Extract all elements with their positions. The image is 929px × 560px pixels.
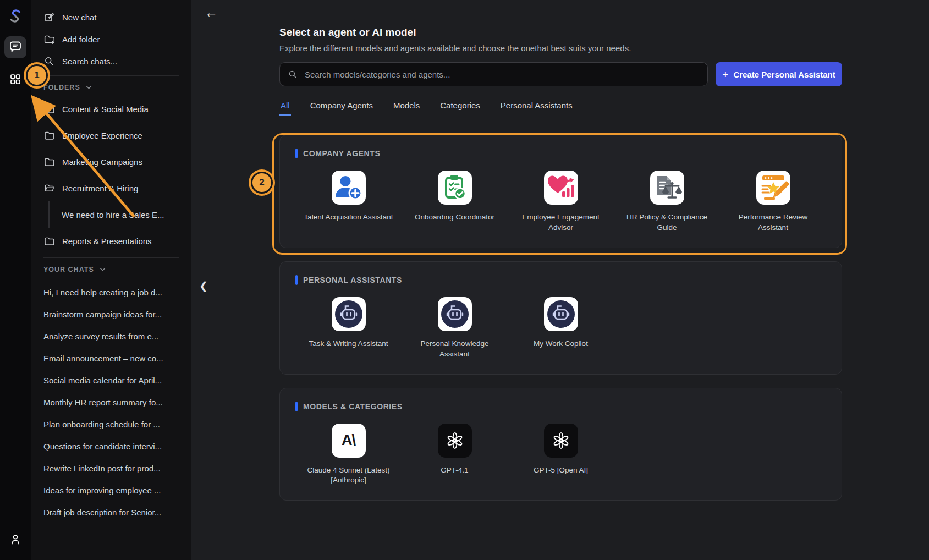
tab-all[interactable]: All: [279, 101, 291, 116]
section-title: PERSONAL ASSISTANTS: [303, 276, 402, 284]
agent-talent-acquisition[interactable]: Talent Acquisition Assistant: [295, 171, 402, 233]
model-label: Claude 4 Sonnet (Latest) [Anthropic]: [301, 465, 396, 486]
card-header: MODELS & CATEGORIES: [295, 402, 826, 411]
category-tabs: All Company Agents Models Categories Per…: [279, 101, 842, 116]
search-row: + Create Personal Assistant: [279, 62, 842, 86]
your-chats-header-label: YOUR CHATS: [43, 266, 94, 273]
model-search-box[interactable]: [279, 62, 708, 86]
card-header: COMPANY AGENTS: [295, 149, 826, 158]
new-chat-button[interactable]: New chat: [31, 6, 191, 28]
assistant-task-writing[interactable]: Task & Writing Assistant: [295, 297, 402, 360]
agent-label: HR Policy & Compliance Guide: [620, 212, 714, 233]
chat-history-item[interactable]: Questions for candidate intervi...: [31, 435, 191, 457]
sidebar-collapse-button[interactable]: ❮: [199, 281, 208, 291]
chat-history-item[interactable]: Monthly HR report summary fo...: [31, 391, 191, 413]
sidebar-divider: [43, 257, 179, 258]
empty-grid-cell: [720, 424, 826, 486]
tab-models[interactable]: Models: [392, 101, 421, 116]
tab-personal-assistants[interactable]: Personal Assistants: [499, 101, 574, 116]
add-folder-icon: [43, 34, 55, 45]
add-folder-label: Add folder: [62, 35, 100, 44]
chat-history-item[interactable]: Rewrite LinkedIn post for prod...: [31, 457, 191, 479]
sidebar-folder-recruitment-hiring[interactable]: Recruitment & Hiring: [31, 175, 191, 201]
model-claude-4-sonnet[interactable]: A\ Claude 4 Sonnet (Latest) [Anthropic]: [295, 424, 402, 486]
sidebar-folder-reports-presentations[interactable]: Reports & Presentations: [31, 228, 191, 254]
folder-label: Reports & Presentations: [62, 237, 152, 246]
main-panel: ← ❮ Select an agent or AI model Explore …: [191, 0, 929, 560]
search-icon: [43, 56, 55, 67]
chat-history-item[interactable]: Social media calendar for April...: [31, 369, 191, 391]
tab-company-agents[interactable]: Company Agents: [309, 101, 374, 116]
folder-icon: [43, 156, 55, 168]
chat-history-item[interactable]: Draft job description for Senior...: [31, 501, 191, 523]
agent-label: Performance Review Assistant: [726, 212, 821, 233]
sidebar-divider: [43, 75, 179, 76]
chevron-down-icon: [86, 85, 92, 90]
tab-categories[interactable]: Categories: [439, 101, 481, 116]
empty-grid-cell: [720, 297, 826, 360]
agent-employee-engagement[interactable]: Employee Engagement Advisor: [508, 171, 614, 233]
apps-grid-icon: [9, 73, 22, 88]
new-chat-icon: [43, 12, 55, 23]
folder-label: Marketing Campaigns: [62, 157, 142, 167]
create-personal-assistant-label: Create Personal Assistant: [733, 70, 835, 79]
models-categories-card: MODELS & CATEGORIES A\ Claude 4 Sonnet (…: [279, 388, 842, 501]
folder-chat-label: We need to hire a Sales E...: [62, 210, 164, 219]
section-accent-bar: [295, 402, 298, 411]
search-chats-button[interactable]: Search chats...: [31, 50, 191, 72]
page-subtitle: Explore the different models and agents …: [279, 43, 842, 53]
folder-label: Recruitment & Hiring: [62, 184, 138, 193]
company-agents-card: COMPANY AGENTS Talent Acquisition Assist…: [279, 135, 842, 248]
chat-history-item[interactable]: Ideas for improving employee ...: [31, 479, 191, 501]
agent-tile-grid: Task & Writing Assistant Personal Knowle…: [295, 297, 826, 360]
robot-icon: [544, 297, 578, 331]
folders-header-label: FOLDERS: [43, 84, 80, 91]
folder-label: Content & Social Media: [62, 105, 149, 114]
assistant-personal-knowledge[interactable]: Personal Knowledge Assistant: [402, 297, 508, 360]
rail-profile-button[interactable]: [4, 529, 26, 551]
agent-picker-content: Select an agent or AI model Explore the …: [279, 26, 842, 501]
openai-logo-icon: [438, 424, 472, 458]
agent-label: Talent Acquisition Assistant: [304, 212, 393, 223]
chat-history-item[interactable]: Hi, I need help creating a job d...: [31, 281, 191, 303]
your-chats-section-header[interactable]: YOUR CHATS: [31, 261, 191, 278]
robot-icon: [332, 297, 366, 331]
chat-history-item[interactable]: Email announcement – new co...: [31, 347, 191, 369]
create-personal-assistant-button[interactable]: + Create Personal Assistant: [716, 62, 842, 86]
chevron-down-icon: [100, 267, 106, 272]
model-gpt-5[interactable]: GPT-5 [Open AI]: [508, 424, 614, 486]
model-gpt-4-1[interactable]: GPT-4.1: [402, 424, 508, 486]
model-search-input[interactable]: [304, 69, 700, 80]
assistant-label: My Work Copilot: [534, 339, 588, 349]
rail-chats-button[interactable]: [4, 36, 26, 58]
personal-assistants-card: PERSONAL ASSISTANTS Task & Writing Assis…: [279, 261, 842, 375]
sidebar-folder-content-social[interactable]: Content & Social Media: [31, 96, 191, 122]
rail-apps-button[interactable]: [4, 69, 26, 91]
section-accent-bar: [295, 275, 298, 285]
add-folder-button[interactable]: Add folder: [31, 28, 191, 50]
openai-logo-icon: [544, 424, 578, 458]
assistant-my-work-copilot[interactable]: My Work Copilot: [508, 297, 614, 360]
folders-section-header[interactable]: FOLDERS: [31, 79, 191, 96]
empty-grid-cell: [614, 297, 720, 360]
sidebar-folder-marketing-campaigns[interactable]: Marketing Campaigns: [31, 149, 191, 175]
model-tile-grid: A\ Claude 4 Sonnet (Latest) [Anthropic]: [295, 424, 826, 486]
anthropic-logo-icon: A\: [332, 424, 366, 458]
sidebar-folder-employee-experience[interactable]: Employee Experience: [31, 122, 191, 149]
back-button[interactable]: ←: [205, 6, 218, 19]
app-logo-icon: [6, 7, 25, 25]
agent-hr-policy-compliance[interactable]: HR Policy & Compliance Guide: [614, 171, 720, 233]
person-plus-icon: [332, 171, 366, 205]
chat-history-item[interactable]: Analyze survey results from e...: [31, 325, 191, 347]
sidebar-chat-we-need-to-hire[interactable]: We need to hire a Sales E...: [31, 201, 191, 228]
chat-history-item[interactable]: Plan onboarding schedule for ...: [31, 413, 191, 435]
folder-label: Employee Experience: [62, 131, 142, 140]
agent-onboarding-coordinator[interactable]: Onboarding Coordinator: [402, 171, 508, 233]
folder-icon: [43, 235, 55, 247]
page-title: Select an agent or AI model: [279, 26, 842, 39]
empty-grid-cell: [614, 424, 720, 486]
agent-performance-review[interactable]: Performance Review Assistant: [720, 171, 826, 233]
card-header: PERSONAL ASSISTANTS: [295, 275, 826, 285]
robot-icon: [438, 297, 472, 331]
chat-history-item[interactable]: Brainstorm campaign ideas for...: [31, 303, 191, 325]
